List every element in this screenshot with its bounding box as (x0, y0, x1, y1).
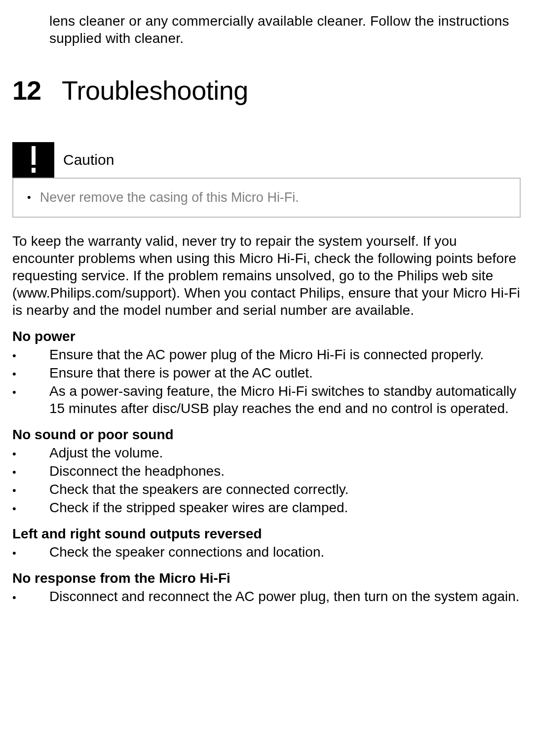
list-item: •As a power-saving feature, the Micro Hi… (12, 382, 521, 417)
caution-label: Caution (63, 151, 114, 169)
troubleshoot-section: Left and right sound outputs reversed•Ch… (12, 525, 521, 561)
section-title: No sound or poor sound (12, 426, 521, 443)
caution-item-text: Never remove the casing of this Micro Hi… (40, 189, 299, 206)
list-item-text: Check that the speakers are connected co… (49, 481, 521, 498)
list-item: •Disconnect the headphones. (12, 462, 521, 480)
bullet-icon: • (12, 485, 49, 496)
bullet-icon: • (12, 350, 49, 361)
chapter-title: Troubleshooting (62, 74, 248, 108)
troubleshoot-section: No response from the Micro Hi-Fi•Disconn… (12, 569, 521, 605)
caution-header: Caution (12, 142, 521, 178)
svg-rect-1 (32, 168, 36, 173)
troubleshoot-section: No power•Ensure that the AC power plug o… (12, 328, 521, 417)
list-item: •Adjust the volume. (12, 444, 521, 461)
caution-block: Caution • Never remove the casing of thi… (12, 142, 521, 218)
list-item: •Disconnect and reconnect the AC power p… (12, 588, 521, 605)
bullet-icon: • (12, 592, 49, 603)
list-item: •Check the speaker connections and locat… (12, 543, 521, 561)
bullet-icon: • (12, 387, 49, 398)
chapter-number: 12 (12, 74, 62, 108)
list-item-text: Adjust the volume. (49, 444, 521, 461)
previous-page-fragment: lens cleaner or any commercially availab… (49, 12, 521, 47)
list-item: •Check that the speakers are connected c… (12, 481, 521, 498)
section-title: No power (12, 328, 521, 345)
bullet-icon: • (12, 369, 49, 379)
bullet-icon: • (12, 449, 49, 459)
bullet-icon: • (12, 503, 49, 514)
list-item: •Ensure that there is power at the AC ou… (12, 364, 521, 381)
section-title: No response from the Micro Hi-Fi (12, 569, 521, 587)
bullet-list: •Disconnect and reconnect the AC power p… (12, 588, 521, 605)
bullet-icon: • (12, 548, 49, 559)
list-item: •Check if the stripped speaker wires are… (12, 499, 521, 516)
list-item-text: Ensure that the AC power plug of the Mic… (49, 346, 521, 363)
bullet-list: •Check the speaker connections and locat… (12, 543, 521, 561)
list-item-text: As a power-saving feature, the Micro Hi-… (49, 382, 521, 417)
bullet-icon: • (27, 192, 31, 203)
svg-rect-0 (32, 146, 36, 165)
caution-box: • Never remove the casing of this Micro … (12, 178, 521, 218)
list-item-text: Check the speaker connections and locati… (49, 543, 521, 561)
section-title: Left and right sound outputs reversed (12, 525, 521, 542)
exclamation-icon (12, 142, 54, 178)
bullet-list: •Adjust the volume.•Disconnect the headp… (12, 444, 521, 516)
list-item-text: Check if the stripped speaker wires are … (49, 499, 521, 516)
list-item-text: Disconnect and reconnect the AC power pl… (49, 588, 521, 605)
bullet-list: •Ensure that the AC power plug of the Mi… (12, 346, 521, 417)
list-item-text: Disconnect the headphones. (49, 462, 521, 480)
troubleshoot-section: No sound or poor sound•Adjust the volume… (12, 426, 521, 516)
caution-item: • Never remove the casing of this Micro … (27, 189, 510, 206)
bullet-icon: • (12, 467, 49, 478)
list-item-text: Ensure that there is power at the AC out… (49, 364, 521, 381)
chapter-heading: 12 Troubleshooting (12, 74, 521, 108)
list-item: •Ensure that the AC power plug of the Mi… (12, 346, 521, 363)
intro-paragraph: To keep the warranty valid, never try to… (12, 232, 521, 319)
